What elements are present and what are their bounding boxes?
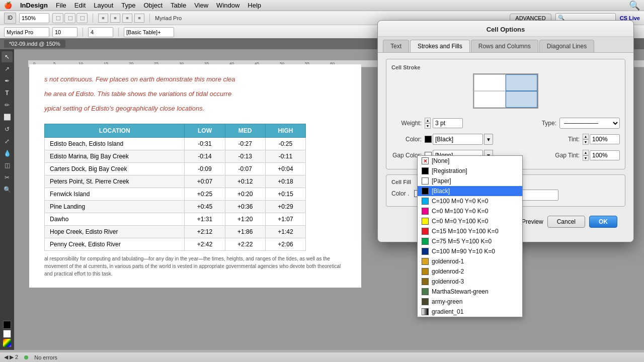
- color-item-label: C=15 M=100 Y=100 K=0: [432, 228, 499, 235]
- menu-view[interactable]: View: [194, 2, 208, 9]
- color-item[interactable]: C=100 M=90 Y=10 K=0: [418, 246, 522, 256]
- color-item[interactable]: goldenrod-2: [418, 266, 522, 277]
- color-item[interactable]: goldenrod-3: [418, 277, 522, 287]
- color-item[interactable]: gradient_01: [418, 307, 522, 317]
- color-dropdown-arrow[interactable]: ▼: [484, 134, 493, 145]
- color-item[interactable]: [Black]: [418, 186, 522, 196]
- color-swatch-item: [422, 308, 429, 315]
- fill-color[interactable]: [3, 321, 11, 329]
- pen-tool[interactable]: ✒: [2, 75, 13, 86]
- table-style: [Basic Table]+: [124, 27, 174, 37]
- selection-tool[interactable]: ↖: [2, 51, 13, 62]
- weight-input[interactable]: [433, 118, 463, 128]
- tool-btn-1[interactable]: ⬚: [52, 13, 63, 23]
- zoom-tool[interactable]: 🔍: [2, 184, 13, 195]
- tab-rows-columns[interactable]: Rows and Columns: [471, 40, 538, 52]
- tool-btn-2[interactable]: ⬚: [64, 13, 75, 23]
- tab-text[interactable]: Text: [383, 40, 409, 52]
- stroke-cell-tr[interactable]: [506, 74, 537, 91]
- table-row: Penny Creek, Edisto River+2:42+2:22+2:06: [45, 238, 306, 251]
- cell-value: +0:07: [185, 175, 225, 188]
- color-tools: [3, 320, 11, 348]
- ok-button[interactable]: OK: [589, 216, 617, 228]
- tint-input[interactable]: [590, 134, 620, 144]
- color-item-label: C=75 M=5 Y=100 K=0: [432, 238, 492, 245]
- cell-location: Carters Dock, Big Bay Creek: [45, 163, 185, 175]
- gap-tint-input[interactable]: [590, 150, 620, 160]
- color-item[interactable]: C=75 M=5 Y=100 K=0: [418, 236, 522, 246]
- align-left[interactable]: ≡: [98, 14, 108, 23]
- weight-up[interactable]: ▲: [425, 118, 431, 123]
- apple-menu[interactable]: 🍎: [4, 2, 12, 9]
- rectangle-tool[interactable]: ⬜: [2, 112, 13, 123]
- color-dropdown-trigger[interactable]: [Black]: [433, 134, 483, 145]
- cancel-button[interactable]: Cancel: [547, 216, 585, 228]
- font-family-input[interactable]: Myriad Pro: [4, 27, 49, 37]
- pencil-tool[interactable]: ✏: [2, 100, 13, 111]
- doc-tab[interactable]: *02-09.indd @ 150%: [4, 40, 65, 48]
- stroke-preview: [473, 73, 538, 109]
- menu-help[interactable]: Help: [248, 2, 261, 9]
- color-item[interactable]: goldenrod-1: [418, 256, 522, 266]
- menu-file[interactable]: File: [56, 2, 66, 9]
- cell-value: -0:14: [185, 150, 225, 163]
- menu-edit[interactable]: Edit: [74, 2, 86, 9]
- align-center[interactable]: ≡: [110, 14, 120, 23]
- gradient-tool[interactable]: ◫: [2, 160, 13, 171]
- color-item[interactable]: MarthaStewart-green: [418, 287, 522, 297]
- apply-color[interactable]: [3, 339, 11, 347]
- stroke-cell-tl[interactable]: [474, 74, 506, 91]
- align-right[interactable]: ≡: [122, 14, 132, 23]
- cell-value: +0:36: [225, 201, 265, 213]
- scale-tool[interactable]: ⤢: [2, 136, 13, 147]
- stroke-value[interactable]: 4: [88, 27, 113, 37]
- gap-tint-up[interactable]: ▲: [583, 150, 589, 155]
- stroke-cell-bl[interactable]: [474, 91, 506, 108]
- weight-down[interactable]: ▼: [425, 123, 431, 129]
- color-item-label: C=100 M=90 Y=10 K=0: [432, 248, 495, 255]
- tint-down[interactable]: ▼: [583, 139, 589, 145]
- cell-stroke-section: Cell Stroke Weight: ▲ ▼: [386, 59, 625, 169]
- color-item[interactable]: army-green: [418, 297, 522, 307]
- scissors-tool[interactable]: ✂: [2, 172, 13, 183]
- color-item[interactable]: C=15 M=100 Y=100 K=0: [418, 226, 522, 236]
- stroke-color[interactable]: [3, 330, 11, 338]
- color-label: Color:: [391, 136, 422, 143]
- zoom-input[interactable]: 150%: [19, 13, 49, 23]
- table-style-input[interactable]: [Basic Table]+: [124, 27, 174, 37]
- color-dropdown[interactable]: ✕[None][Registration][Paper][Black]C=100…: [417, 155, 523, 317]
- color-item[interactable]: [Paper]: [418, 176, 522, 186]
- color-item[interactable]: C=0 M=100 Y=0 K=0: [418, 206, 522, 216]
- font-name[interactable]: Myriad Pro: [155, 15, 182, 21]
- align-justify[interactable]: ≡: [134, 14, 144, 23]
- color-item[interactable]: C=0 M=0 Y=100 K=0: [418, 216, 522, 226]
- menu-table[interactable]: Table: [171, 2, 186, 9]
- cell-value: +0:12: [225, 175, 265, 188]
- fill-tint-input[interactable]: [518, 190, 558, 201]
- tool-btn-3[interactable]: ⬚: [76, 13, 88, 23]
- color-item[interactable]: ✕[None]: [418, 156, 522, 166]
- stroke-cell-br[interactable]: [506, 91, 537, 108]
- menu-layout[interactable]: Layout: [94, 2, 113, 9]
- menu-window[interactable]: Window: [216, 2, 239, 9]
- type-select[interactable]: ──────── - - - - - ·········: [559, 118, 620, 129]
- menu-object[interactable]: Object: [144, 2, 163, 9]
- eyedropper-tool[interactable]: 💧: [2, 148, 13, 159]
- tab-strokes-fills[interactable]: Strokes and Fills: [410, 40, 470, 52]
- color-item[interactable]: [Registration]: [418, 166, 522, 176]
- gap-tint-down[interactable]: ▼: [583, 155, 589, 161]
- cell-value: -0:09: [185, 163, 225, 175]
- direct-select-tool[interactable]: ↗: [2, 63, 13, 74]
- search-icon[interactable]: 🔍: [629, 0, 640, 11]
- font-size-input[interactable]: 10: [52, 27, 77, 37]
- rotate-tool[interactable]: ↺: [2, 124, 13, 135]
- color-item[interactable]: C=100 M=0 Y=0 K=0: [418, 196, 522, 206]
- type-tool[interactable]: T: [2, 87, 13, 99]
- tab-diagonal-lines[interactable]: Diagonal Lines: [539, 40, 594, 52]
- menu-type[interactable]: Type: [121, 2, 135, 9]
- tint-up[interactable]: ▲: [583, 134, 589, 139]
- errors-label[interactable]: No errors: [34, 354, 57, 360]
- page-indicator[interactable]: ◀ ▶ 2: [4, 354, 18, 360]
- color-row: Color: [Black] ▼: [391, 134, 493, 145]
- color-item-label: [None]: [432, 157, 449, 164]
